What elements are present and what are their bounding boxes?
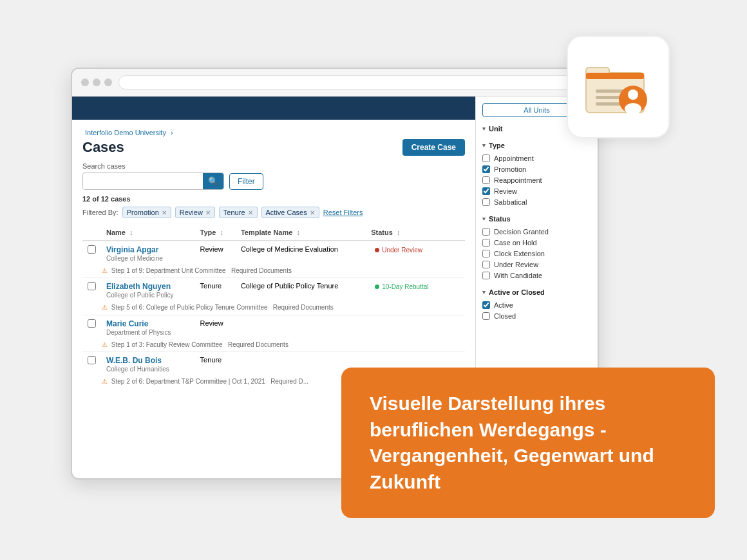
filter-option-with-candidate: With Candidate — [482, 272, 591, 279]
label-closed: Closed — [494, 312, 516, 320]
case-template-3 — [236, 315, 366, 340]
filter-section-type-header[interactable]: ▾ Type — [482, 142, 591, 149]
filter-section-status: ▾ Status Decision Granted Case on Hold C… — [482, 215, 591, 279]
filter-section-type: ▾ Type Appointment Promotion Reappointme… — [482, 142, 591, 206]
page-title: Cases — [82, 139, 124, 156]
checkbox-decision-granted[interactable] — [482, 228, 490, 236]
case-unit-4: College of Humanities — [106, 366, 169, 373]
filter-section-active-closed-header[interactable]: ▾ Active or Closed — [482, 288, 591, 296]
case-type-4: Tenure — [195, 352, 236, 377]
reset-filters-link[interactable]: Reset Filters — [323, 209, 363, 216]
row-checkbox-1[interactable] — [88, 245, 96, 254]
filtered-by-label: Filtered By: — [82, 209, 118, 216]
remove-filter-active[interactable]: ✕ — [310, 209, 315, 216]
case-step-1: ⚠ Step 1 of 9: Department Unit Committee… — [82, 266, 465, 278]
breadcrumb-link[interactable]: Interfolio Demo University — [85, 129, 166, 136]
case-name-link-4[interactable]: W.E.B. Du Bois — [106, 356, 190, 365]
label-review: Review — [494, 187, 517, 195]
filter-button[interactable]: Filter — [229, 173, 263, 190]
label-under-review: Under Review — [494, 261, 538, 268]
filter-tag-review[interactable]: Review ✕ — [175, 207, 215, 218]
app-header — [72, 97, 475, 120]
filter-tag-tenure[interactable]: Tenure ✕ — [219, 207, 258, 218]
filter-option-case-on-hold: Case on Hold — [482, 239, 591, 247]
filter-tag-promotion[interactable]: Promotion ✕ — [122, 207, 171, 218]
case-type-1: Review — [195, 241, 236, 266]
filter-tag-active-cases[interactable]: Active Cases ✕ — [261, 207, 319, 218]
browser-dots — [81, 79, 112, 86]
row-checkbox-4[interactable] — [88, 356, 96, 364]
col-name[interactable]: Name ↕ — [101, 225, 195, 241]
orange-banner-text: Visuelle Darstellung ihres beruflichen W… — [370, 391, 686, 495]
filters-row: Filtered By: Promotion ✕ Review ✕ Tenure… — [82, 207, 465, 218]
case-name-link-2[interactable]: Elizabeth Nguyen — [106, 282, 190, 291]
breadcrumb-separator: › — [171, 129, 173, 136]
address-bar[interactable] — [118, 75, 589, 89]
orange-banner: Visuelle Darstellung ihres beruflichen W… — [341, 368, 715, 518]
folder-icon-container — [567, 35, 670, 138]
row-checkbox-2[interactable] — [88, 282, 96, 290]
case-status-1: Under Review — [366, 241, 452, 266]
col-checkbox — [82, 225, 101, 241]
type-section-label: Type — [489, 142, 505, 149]
case-name-link-3[interactable]: Marie Curie — [106, 319, 190, 328]
label-with-candidate: With Candidate — [494, 272, 542, 279]
checkbox-review[interactable] — [482, 187, 490, 195]
filter-option-closed: Closed — [482, 312, 591, 320]
filter-option-promotion: Promotion — [482, 165, 591, 173]
col-type[interactable]: Type ↕ — [195, 225, 236, 241]
filter-option-sabbatical: Sabbatical — [482, 198, 591, 206]
row-checkbox-3[interactable] — [88, 319, 96, 328]
case-step-3: ⚠ Step 1 of 3: Faculty Review Committee … — [82, 340, 465, 352]
filter-section-status-header[interactable]: ▾ Status — [482, 215, 591, 223]
checkbox-closed[interactable] — [482, 312, 490, 320]
search-area: Search cases 🔍 Filter — [82, 162, 465, 190]
page-title-row: Cases Create Case — [82, 139, 465, 156]
status-dot-2 — [375, 285, 379, 289]
chevron-status: ▾ — [482, 216, 486, 222]
warning-icon-2: ⚠ — [102, 304, 108, 311]
checkbox-clock-extension[interactable] — [482, 250, 490, 257]
remove-filter-review[interactable]: ✕ — [205, 209, 211, 216]
checkbox-sabbatical[interactable] — [482, 198, 490, 206]
search-button[interactable]: 🔍 — [203, 173, 223, 189]
svg-point-8 — [625, 103, 641, 115]
label-promotion: Promotion — [494, 165, 526, 173]
unit-section-label: Unit — [489, 125, 502, 133]
dot-1 — [81, 79, 89, 86]
case-type-3: Review — [195, 315, 236, 340]
case-template-1: College of Medicine Evaluation — [236, 241, 366, 266]
checkbox-under-review[interactable] — [482, 261, 490, 268]
remove-filter-promotion[interactable]: ✕ — [162, 209, 167, 216]
filter-option-decision-granted: Decision Granted — [482, 228, 591, 236]
case-unit-3: Department of Physics — [106, 329, 171, 336]
label-decision-granted: Decision Granted — [494, 228, 549, 236]
scene: Interfolio Demo University › Cases Creat… — [52, 29, 695, 531]
label-reappointment: Reappointment — [494, 176, 542, 184]
col-template[interactable]: Template Name ↕ — [236, 225, 366, 241]
case-name-link-1[interactable]: Virginia Apgar — [106, 245, 190, 254]
filter-option-review: Review — [482, 187, 591, 195]
results-count: 12 of 12 cases — [82, 195, 465, 203]
remove-filter-tenure[interactable]: ✕ — [248, 209, 253, 216]
checkbox-with-candidate[interactable] — [482, 272, 490, 279]
col-status[interactable]: Status ↕ — [366, 225, 452, 241]
checkbox-reappointment[interactable] — [482, 176, 490, 184]
warning-icon-3: ⚠ — [102, 341, 108, 348]
checkbox-active[interactable] — [482, 301, 490, 309]
filter-option-under-review: Under Review — [482, 261, 591, 268]
browser-chrome — [72, 69, 598, 97]
search-input-wrap: 🔍 — [82, 173, 224, 190]
filter-section-active-closed: ▾ Active or Closed Active Closed — [482, 288, 591, 320]
checkbox-promotion[interactable] — [482, 165, 490, 173]
label-sabbatical: Sabbatical — [494, 198, 527, 206]
chevron-active-closed: ▾ — [482, 289, 486, 295]
checkbox-case-on-hold[interactable] — [482, 239, 490, 247]
case-status-2: 10-Day Rebuttal — [366, 278, 452, 303]
col-actions — [453, 225, 465, 241]
dot-3 — [104, 79, 112, 86]
create-case-button[interactable]: Create Case — [402, 139, 465, 156]
search-input[interactable] — [83, 174, 203, 189]
svg-rect-2 — [586, 73, 644, 79]
checkbox-appointment[interactable] — [482, 154, 490, 162]
